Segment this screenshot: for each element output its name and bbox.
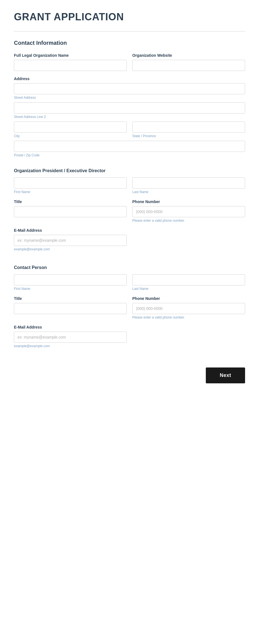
contact-title-phone-row: Title Phone Number Please enter a valid … [14,296,245,319]
org-website-group: Organization Website [132,53,245,71]
city-input[interactable] [14,122,127,133]
contact-email-spacer [132,325,245,348]
president-last-name-group: Last Name [132,177,245,194]
street-address-2-input[interactable] [14,102,245,113]
president-title-label: Title [14,199,127,204]
next-button[interactable]: Next [206,367,245,383]
contact-person-heading: Contact Person [14,265,245,270]
contact-title-group: Title [14,296,127,319]
address-section: Address Street Address Street Address Li… [14,77,245,157]
street-address-input[interactable] [14,83,245,94]
postal-zip-sublabel: Postal / Zip Code [14,153,245,157]
street-address-2-sublabel: Street Address Line 2 [14,115,245,119]
contact-name-row: First Name Last Name [14,274,245,291]
contact-last-name-group: Last Name [132,274,245,291]
president-section: Organization President / Executive Direc… [14,168,245,251]
president-phone-group: Phone Number Please enter a valid phone … [132,199,245,223]
contact-phone-label: Phone Number [132,296,245,301]
president-title-group: Title [14,199,127,223]
contact-first-name-group: First Name [14,274,127,291]
president-email-sublabel: example@example.com [14,247,127,251]
section-divider [14,31,245,31]
president-first-name-group: First Name [14,177,127,194]
president-email-label: E-Mail Address [14,228,127,233]
full-legal-org-name-group: Full Legal Organization Name [14,53,127,71]
president-email-row: E-Mail Address example@example.com [14,228,245,251]
postal-zip-input[interactable] [14,141,245,152]
page-title: GRANT APPLICATION [14,11,245,23]
full-legal-org-name-input[interactable] [14,60,127,71]
president-phone-input[interactable] [132,206,245,217]
city-sublabel: City [14,134,127,138]
org-website-label: Organization Website [132,53,245,58]
contact-phone-input[interactable] [132,303,245,314]
contact-email-row: E-Mail Address example@example.com [14,325,245,348]
contact-title-label: Title [14,296,127,301]
state-province-sublabel: State / Province [132,134,245,138]
contact-last-name-sublabel: Last Name [132,287,245,291]
president-email-spacer [132,228,245,251]
street-address-2-group: Street Address Line 2 [14,102,245,119]
contact-first-name-sublabel: First Name [14,287,127,291]
president-first-name-sublabel: First Name [14,190,127,194]
president-heading: Organization President / Executive Direc… [14,168,245,173]
president-phone-error: Please enter a valid phone number. [132,219,245,223]
president-first-name-input[interactable] [14,177,127,189]
president-title-phone-row: Title Phone Number Please enter a valid … [14,199,245,223]
president-last-name-input[interactable] [132,177,245,189]
city-state-row: City State / Province [14,122,245,138]
contact-person-section: Contact Person First Name Last Name Titl… [14,265,245,348]
contact-first-name-input[interactable] [14,274,127,285]
contact-last-name-input[interactable] [132,274,245,285]
contact-email-sublabel: example@example.com [14,344,127,348]
org-website-input[interactable] [132,60,245,71]
street-address-sublabel: Street Address [14,96,245,100]
contact-phone-error: Please enter a valid phone number. [132,315,245,319]
president-email-group: E-Mail Address example@example.com [14,228,127,251]
state-province-input[interactable] [132,122,245,133]
contact-information-heading: Contact Information [14,40,245,46]
contact-email-label: E-Mail Address [14,325,127,329]
next-button-container: Next [14,362,245,383]
president-email-input[interactable] [14,235,127,246]
state-province-group: State / Province [132,122,245,138]
president-name-row: First Name Last Name [14,177,245,194]
contact-title-input[interactable] [14,303,127,314]
full-legal-org-name-label: Full Legal Organization Name [14,53,127,58]
postal-zip-group: Postal / Zip Code [14,141,245,157]
address-label: Address [14,77,245,81]
org-name-website-row: Full Legal Organization Name Organizatio… [14,53,245,71]
street-address-group: Street Address [14,83,245,100]
contact-information-section: Contact Information Full Legal Organizat… [14,40,245,157]
city-group: City [14,122,127,138]
president-phone-label: Phone Number [132,199,245,204]
president-last-name-sublabel: Last Name [132,190,245,194]
contact-email-input[interactable] [14,332,127,343]
contact-email-group: E-Mail Address example@example.com [14,325,127,348]
contact-phone-group: Phone Number Please enter a valid phone … [132,296,245,319]
president-title-input[interactable] [14,206,127,217]
